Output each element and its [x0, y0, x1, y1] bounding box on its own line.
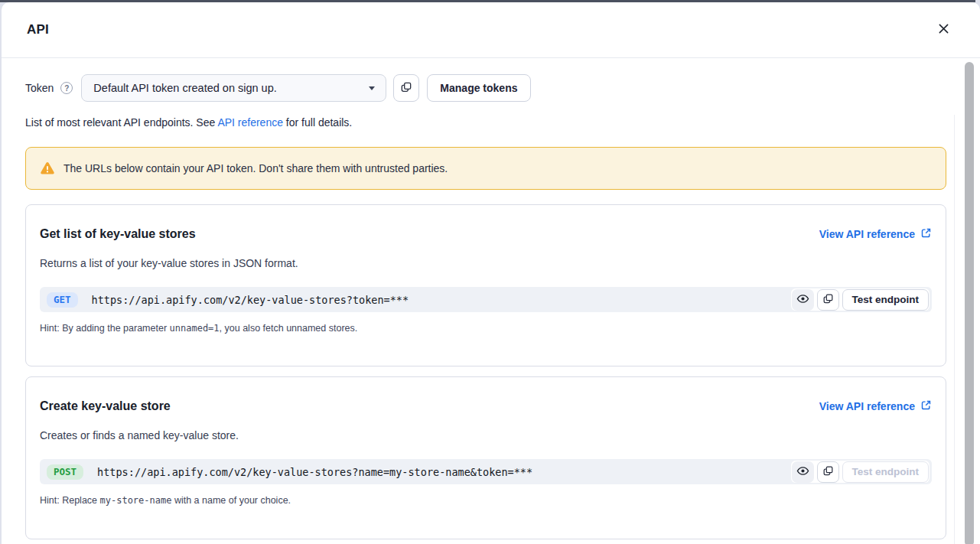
modal-body: Token ? Default API token created on sig…: [2, 58, 980, 544]
scrollbar[interactable]: [964, 61, 975, 544]
modal-header: API: [2, 2, 980, 58]
hint-text-before: Hint: Replace: [40, 495, 100, 506]
copy-token-button[interactable]: [393, 74, 419, 102]
eye-icon: [796, 292, 809, 308]
card-head: Create key-value store View API referenc…: [40, 399, 932, 413]
url-bar-actions: Test endpoint: [791, 461, 930, 483]
intro-text: List of most relevant API endpoints. See…: [25, 116, 946, 129]
endpoint-url-bar: POST https://api.apify.com/v2/key-value-…: [40, 459, 932, 484]
method-badge: POST: [47, 464, 83, 480]
external-link-icon: [920, 227, 932, 241]
card-title: Create key-value store: [40, 399, 171, 413]
hint-code: unnamed=1: [170, 323, 220, 334]
view-api-reference-link[interactable]: View API reference: [819, 399, 932, 413]
card-title: Get list of key-value stores: [40, 227, 196, 241]
manage-tokens-button[interactable]: Manage tokens: [427, 74, 530, 102]
copy-icon: [822, 465, 834, 479]
endpoint-url: https://api.apify.com/v2/key-value-store…: [92, 294, 409, 306]
token-row: Token ? Default API token created on sig…: [25, 74, 946, 102]
api-modal: API Token ? Default API token created on…: [2, 2, 980, 544]
hint-text-after: with a name of your choice.: [171, 495, 291, 506]
chevron-down-icon: [369, 86, 375, 90]
endpoint-url-bar: GET https://api.apify.com/v2/key-value-s…: [40, 287, 932, 312]
token-dropdown-value: Default API token created on sign up.: [93, 82, 276, 94]
card-description: Creates or finds a named key-value store…: [40, 429, 932, 441]
view-api-reference-label: View API reference: [819, 400, 915, 412]
card-description: Returns a list of your key-value stores …: [40, 257, 932, 269]
copy-url-button[interactable]: [817, 289, 839, 311]
token-dropdown[interactable]: Default API token created on sign up.: [81, 74, 386, 102]
warning-banner: The URLs below contain your API token. D…: [25, 147, 946, 190]
intro-text-after: for full details.: [283, 116, 352, 129]
external-link-icon: [920, 399, 932, 413]
copy-icon: [400, 81, 412, 96]
endpoint-hint: Hint: By adding the parameter unnamed=1,…: [40, 323, 932, 334]
view-api-reference-link[interactable]: View API reference: [819, 227, 932, 241]
hint-text-before: Hint: By adding the parameter: [40, 323, 170, 334]
api-reference-link[interactable]: API reference: [217, 116, 283, 129]
hint-code: my-store-name: [100, 495, 172, 506]
endpoint-hint: Hint: Replace my-store-name with a name …: [40, 495, 932, 506]
token-label: Token: [25, 82, 54, 94]
test-endpoint-button[interactable]: Test endpoint: [842, 289, 930, 311]
reveal-token-button[interactable]: [792, 289, 814, 311]
window-top-edge: [0, 0, 975, 2]
test-endpoint-button[interactable]: Test endpoint: [842, 461, 930, 483]
endpoint-url: https://api.apify.com/v2/key-value-store…: [97, 466, 532, 478]
intro-text-before: List of most relevant API endpoints. See: [25, 116, 217, 129]
url-bar-actions: Test endpoint: [791, 288, 930, 311]
hint-text-after: , you also fetch unnamed stores.: [220, 323, 358, 334]
endpoint-card-create-store: Create key-value store View API referenc…: [25, 376, 946, 539]
close-icon: [936, 21, 951, 38]
copy-url-button[interactable]: [817, 461, 839, 483]
scroll-area-divider: [954, 115, 955, 544]
help-icon[interactable]: ?: [60, 82, 73, 94]
copy-icon: [822, 293, 834, 307]
reveal-token-button[interactable]: [792, 461, 814, 483]
method-badge: GET: [47, 292, 78, 308]
warning-icon: [40, 161, 55, 175]
eye-icon: [796, 464, 809, 480]
card-head: Get list of key-value stores View API re…: [40, 227, 932, 241]
close-button[interactable]: [933, 19, 954, 41]
scrollbar-thumb[interactable]: [965, 62, 974, 544]
endpoint-card-get-list: Get list of key-value stores View API re…: [25, 204, 946, 366]
modal-title: API: [27, 22, 49, 37]
warning-text: The URLs below contain your API token. D…: [63, 162, 448, 174]
view-api-reference-label: View API reference: [819, 228, 915, 240]
